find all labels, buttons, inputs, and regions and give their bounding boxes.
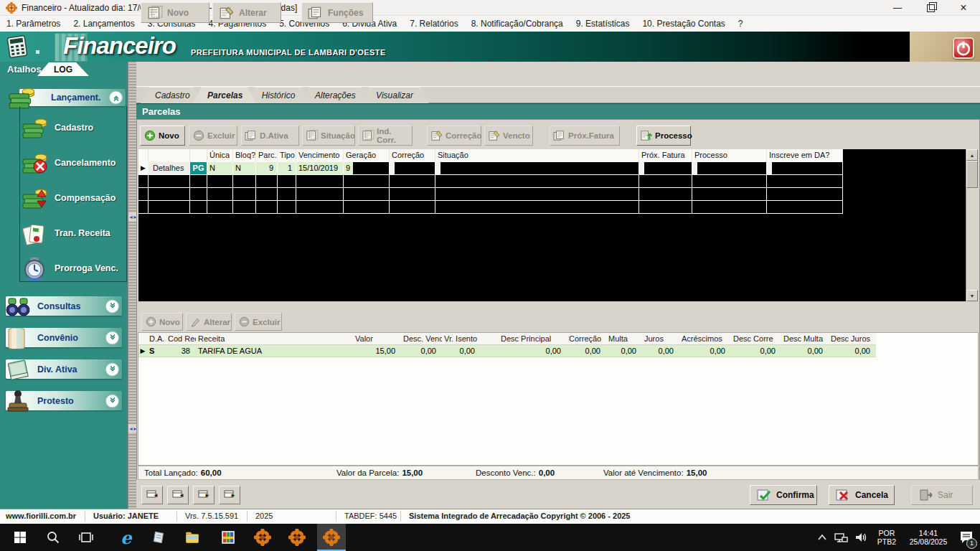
menu-lancamentos[interactable]: 2. Lançamentos: [67, 16, 141, 32]
sair-button[interactable]: Sair: [911, 485, 973, 505]
task-view-icon[interactable]: [72, 524, 100, 551]
clock-date[interactable]: 14:4125/08/2025: [903, 524, 954, 551]
docs-icon: [245, 130, 258, 141]
parcela-vencto-button[interactable]: Vencto: [484, 126, 533, 146]
parcela-processo-button[interactable]: Processo: [636, 126, 691, 146]
menu-prestacao-contas[interactable]: 10. Prestação Contas: [636, 16, 731, 32]
tab-visualizar[interactable]: Visualizar: [360, 87, 429, 103]
notes-app-icon[interactable]: [145, 524, 174, 551]
sidebar-log-tab[interactable]: LOG: [37, 62, 89, 76]
expand-chevron-icon[interactable]: [105, 362, 119, 376]
parcela-prox-fatura-button[interactable]: Próx.Fatura: [550, 126, 620, 146]
parcelas-grid-scrollbar[interactable]: ▲ ▼: [966, 149, 977, 301]
correcao-cell: [390, 162, 435, 175]
nav-last-button[interactable]: ►: [219, 486, 240, 504]
nav-next-button[interactable]: ►: [193, 486, 215, 504]
archive-app-icon[interactable]: [214, 524, 242, 551]
book-icon: [4, 357, 32, 382]
search-icon[interactable]: [39, 524, 67, 551]
col-juros: Juros: [642, 333, 679, 345]
tab-historico[interactable]: Histórico: [247, 87, 310, 103]
menu-parametros[interactable]: 1. Parâmetros: [0, 16, 67, 32]
expand-chevron-icon[interactable]: [105, 331, 119, 344]
statusbar: www.fiorilli.com.br Usuário: JANETE Vrs.…: [0, 509, 980, 524]
sidebar-atalhos-label[interactable]: Atalhos: [7, 64, 42, 75]
cod-rec-cell: 38: [166, 345, 196, 357]
notification-center-icon[interactable]: 1: [954, 524, 979, 551]
nav-prev-button[interactable]: ◄: [167, 486, 189, 504]
parcela-ind-corr-button[interactable]: Ind. Corr.: [358, 126, 413, 146]
minus-circle-icon: [192, 130, 205, 141]
scroll-up-icon[interactable]: ▲: [966, 149, 978, 161]
detalhes-cell[interactable]: Detalhes: [149, 162, 190, 175]
sidebar-item-cadastro[interactable]: Cadastro: [22, 110, 126, 145]
scroll-thumb[interactable]: [966, 161, 978, 188]
novo-button[interactable]: Novo: [141, 2, 209, 23]
vencimento-cell: 15/10/2019: [296, 162, 344, 175]
fiorilli-app-icon-active[interactable]: [317, 524, 346, 551]
receita-row[interactable]: ▶ S 38 TARIFA DE AGUA 15,00 0,00 0,00 0,…: [138, 345, 978, 357]
cancel-money-icon: [22, 150, 49, 176]
fiorilli-app-icon-2[interactable]: [283, 524, 311, 551]
expand-chevron-icon[interactable]: [105, 299, 119, 313]
sidebar-group-protesto[interactable]: Protesto: [6, 391, 122, 410]
alterar-button[interactable]: Alterar: [212, 2, 281, 23]
sidebar-item-cancelamento[interactable]: Cancelamento: [22, 146, 126, 180]
confirma-button[interactable]: Confirma: [750, 485, 817, 505]
section-title: Parcelas: [136, 103, 980, 119]
funcoes-button[interactable]: Funções: [301, 2, 373, 23]
volume-icon[interactable]: [851, 524, 871, 551]
internet-explorer-icon[interactable]: e: [112, 524, 141, 551]
parcela-situacao-button[interactable]: Situação: [302, 126, 355, 146]
start-button[interactable]: [6, 524, 34, 551]
collapse-chevron-icon[interactable]: [109, 91, 123, 105]
sidebar-group-consultas[interactable]: Consultas: [6, 296, 122, 316]
status-website[interactable]: www.fiorilli.com.br: [6, 512, 76, 520]
receitas-grid: D.A. Cod Rec Receita Valor Desc. Venc Vr…: [138, 332, 979, 466]
menu-estatisticas[interactable]: 9. Estatísticas: [570, 16, 636, 32]
parcela-correcao-button[interactable]: Correção: [427, 126, 481, 146]
receita-alterar-button[interactable]: Alterar: [186, 313, 232, 331]
restore-button[interactable]: [914, 0, 947, 15]
col-desc-principal: Desc Principal: [481, 333, 567, 345]
tab-cadastro[interactable]: Cadastro: [141, 87, 202, 103]
sidebar-group-convenio[interactable]: Convênio: [6, 328, 122, 347]
menu-relatorios[interactable]: 7. Relatórios: [403, 16, 464, 32]
scroll-down-icon[interactable]: ▼: [966, 290, 978, 301]
parcela-novo-button[interactable]: Novo: [140, 126, 185, 146]
cancela-button[interactable]: Cancela: [829, 485, 895, 505]
door-exit-icon: [918, 489, 933, 501]
compensation-arrows-icon: [22, 185, 49, 211]
fiorilli-app-icon-1[interactable]: [248, 524, 277, 551]
file-explorer-icon[interactable]: [178, 524, 207, 551]
sidebar-item-compensacao[interactable]: Compensação: [22, 181, 126, 215]
tab-alteracoes[interactable]: Alterações: [301, 87, 369, 103]
parcela-row[interactable]: ▶ Detalhes PG N N 9 1 15/10/2019 9: [138, 162, 966, 175]
valor-parcela: Valor da Parcela:15,00: [336, 466, 423, 479]
sidebar-splitter[interactable]: ◄► ◄►: [128, 62, 136, 509]
sidebar-item-tran-receita[interactable]: Tran. Receita: [22, 216, 126, 250]
desc-principal-cell: 0,00: [481, 345, 567, 357]
tray-chevron-icon[interactable]: [814, 524, 831, 551]
col-correcao: Correção: [390, 149, 435, 162]
close-button[interactable]: ×: [947, 0, 980, 15]
parcela-excluir-button[interactable]: Excluir: [189, 126, 237, 146]
minimize-button[interactable]: —: [881, 0, 914, 15]
sidebar-group-lancamento[interactable]: Lançament.: [19, 89, 126, 106]
receita-novo-button[interactable]: Novo: [141, 313, 183, 331]
menu-notificacao[interactable]: 8. Notificação/Cobrança: [465, 16, 570, 32]
power-button[interactable]: [953, 37, 974, 59]
network-icon[interactable]: [831, 524, 851, 551]
totals-bar: Total Lançado:60,00 Valor da Parcela:15,…: [138, 466, 979, 480]
nav-first-button[interactable]: ◄: [141, 486, 163, 504]
receita-excluir-button[interactable]: Excluir: [235, 313, 282, 331]
sidebar-item-prorroga-venc[interactable]: Prorroga Venc.: [22, 251, 126, 286]
valor-ate-vencimento: Valor até Vencimento:15,00: [603, 466, 707, 479]
plus-circle-icon: [145, 316, 157, 327]
sidebar-group-div-ativa[interactable]: Div. Ativa: [6, 359, 122, 379]
parcela-dativa-button[interactable]: D.Ativa: [241, 126, 299, 146]
menu-help[interactable]: ?: [732, 16, 750, 32]
expand-chevron-icon[interactable]: [105, 394, 119, 408]
tab-parcelas[interactable]: Parcelas: [193, 87, 256, 103]
language-indicator[interactable]: PORPTB2: [872, 524, 901, 551]
